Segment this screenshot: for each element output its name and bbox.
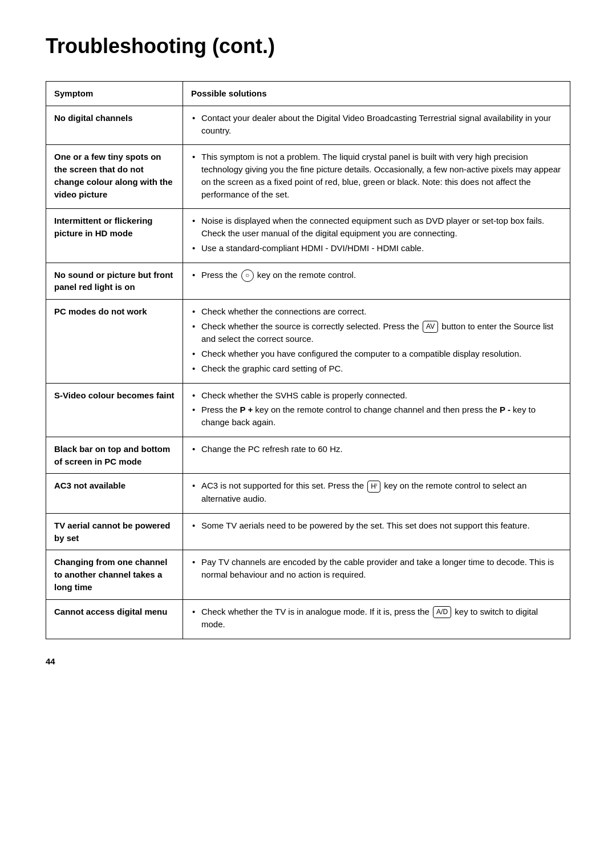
symptom-cell: No digital channels — [46, 106, 183, 145]
solution-item: Check the graphic card setting of PC. — [191, 362, 562, 375]
symptom-cell: TV aerial cannot be powered by set — [46, 513, 183, 550]
symptom-cell: AC3 not available — [46, 474, 183, 513]
page-title: Troubleshooting (cont.) — [46, 34, 570, 58]
solution-cell: Noise is displayed when the connected eq… — [183, 209, 570, 263]
solution-cell: AC3 is not supported for this set. Press… — [183, 474, 570, 513]
solution-item: Press the ○ key on the remote control. — [191, 269, 562, 282]
solution-item: Change the PC refresh rate to 60 Hz. — [191, 443, 562, 455]
symptom-cell: Intermittent or flickering picture in HD… — [46, 209, 183, 263]
page-number: 44 — [46, 656, 570, 666]
power-key-badge: ○ — [241, 269, 254, 282]
solution-cell: Check whether the TV is in analogue mode… — [183, 599, 570, 639]
solutions-header: Possible solutions — [183, 82, 570, 106]
symptom-cell: PC modes do not work — [46, 300, 183, 384]
solution-item: Use a standard-compliant HDMI - DVI/HDMI… — [191, 242, 562, 255]
symptom-header: Symptom — [46, 82, 183, 106]
solution-cell: Change the PC refresh rate to 60 Hz. — [183, 437, 570, 474]
solution-cell: Contact your dealer about the Digital Vi… — [183, 106, 570, 145]
solution-cell: Check whether the connections are correc… — [183, 300, 570, 384]
av-key-badge: AV — [423, 321, 438, 333]
solution-item: Pay TV channels are encoded by the cable… — [191, 556, 562, 581]
solution-item: Check whether you have configured the co… — [191, 348, 562, 360]
solution-item: Press the P + key on the remote control … — [191, 404, 562, 429]
solution-cell: Check whether the SVHS cable is properly… — [183, 383, 570, 437]
symptom-cell: Cannot access digital menu — [46, 599, 183, 639]
solution-item: Check whether the TV is in analogue mode… — [191, 606, 562, 631]
symptom-cell: Black bar on top and bottom of screen in… — [46, 437, 183, 474]
solution-item: Check whether the connections are correc… — [191, 305, 562, 318]
solution-item: Some TV aerials need to be powered by th… — [191, 519, 562, 532]
symptom-cell: No sound or picture but front panel red … — [46, 263, 183, 300]
solution-item: Noise is displayed when the connected eq… — [191, 215, 562, 240]
solution-cell: This symptom is not a problem. The liqui… — [183, 145, 570, 209]
symptom-cell: S-Video colour becomes faint — [46, 383, 183, 437]
solution-item: Contact your dealer about the Digital Vi… — [191, 112, 562, 137]
solution-item: This symptom is not a problem. The liqui… — [191, 151, 562, 200]
solution-item: Check whether the source is correctly se… — [191, 320, 562, 345]
solution-cell: Some TV aerials need to be powered by th… — [183, 513, 570, 550]
solution-cell: Pay TV channels are encoded by the cable… — [183, 550, 570, 599]
ad-key-badge: A/D — [433, 606, 451, 618]
solution-item: Check whether the SVHS cable is properly… — [191, 389, 562, 402]
hi-key-badge: Hᴵ — [367, 481, 380, 493]
symptom-cell: One or a few tiny spots on the screen th… — [46, 145, 183, 209]
solution-item: AC3 is not supported for this set. Press… — [191, 479, 562, 505]
symptom-cell: Changing from one channel to another cha… — [46, 550, 183, 599]
solution-cell: Press the ○ key on the remote control. — [183, 263, 570, 300]
troubleshooting-table: Symptom Possible solutions No digital ch… — [46, 81, 570, 639]
